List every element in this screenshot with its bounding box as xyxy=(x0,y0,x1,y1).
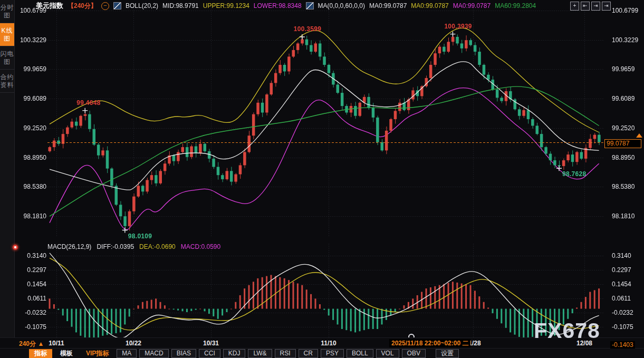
toolbar-tab-4[interactable]: MACD xyxy=(139,349,168,358)
alert-sun-icon[interactable] xyxy=(13,245,18,250)
toolbar-tab-2[interactable]: VIP指标 xyxy=(81,349,114,358)
left-sidebar: 分时图K线图闪电图合约资料 xyxy=(0,0,15,348)
ma0-white-value: MA0:99.0787 xyxy=(369,2,407,9)
date-label-3: 11/10 xyxy=(321,340,336,347)
main-axis-right-tick-2: 99.9659 xyxy=(612,65,643,73)
boll-mid-value: MID:98.9791 xyxy=(162,2,199,9)
extreme-high-label-3: 100.3939 xyxy=(444,23,472,30)
toolbar-tab-5[interactable]: BIAS xyxy=(171,349,196,358)
ma0-magenta-value: MA0:99.0787 xyxy=(453,2,491,9)
toolbar-tab-11[interactable]: PSY xyxy=(321,349,344,358)
current-price-tag: 99.0787 xyxy=(604,139,641,148)
main-axis-left-tick-6: 98.5380 xyxy=(15,183,46,190)
main-axis-left-tick-2: 99.9659 xyxy=(15,65,46,73)
extreme-low-label-4: 98.7628 xyxy=(562,170,586,178)
boll-lower-value: LOWER:98.8348 xyxy=(254,2,302,9)
macd-axis-left-tick-5: -0.1075 xyxy=(15,323,46,331)
macd-cursor-value-tag: -0.1403 xyxy=(610,341,635,349)
toolbar-tab-12[interactable]: BOLL xyxy=(347,349,373,358)
toolbar-tab-6[interactable]: CCI xyxy=(199,349,220,358)
date-label-0: 10/11 xyxy=(49,340,64,347)
main-axis-right-tick-5: 98.8950 xyxy=(612,154,643,161)
ma60-green-value: MA60:99.2804 xyxy=(495,2,536,9)
boll-upper-value: UPPER:99.1234 xyxy=(203,2,249,9)
macd-dea-value: DEA:-0.0690 xyxy=(139,243,176,250)
sidebar-item-3[interactable]: 合约资料 xyxy=(0,70,14,93)
sidebar-item-1[interactable]: K线图 xyxy=(0,23,14,46)
date-label-1: 10/22 xyxy=(126,340,141,347)
ma0-yellow-value: MA0:99.0787 xyxy=(411,2,448,9)
toolbar-tab-10[interactable]: CR xyxy=(299,349,318,358)
main-axis-left-tick-3: 99.6089 xyxy=(15,95,46,102)
extreme-high-label-0: 99.4648 xyxy=(76,99,100,107)
main-axis-right-tick-6: 98.5380 xyxy=(612,183,643,190)
main-axis-left-tick-5: 98.8950 xyxy=(15,154,46,161)
crosshair-date-label: 2025/11/18 22:00~02:00 二 xyxy=(389,339,470,347)
macd-params-label: MACD(26,12,9) xyxy=(47,243,91,250)
macd-axis-right-tick-0: 0.3140 xyxy=(612,252,643,259)
extreme-low-label-1: 98.0109 xyxy=(128,233,152,240)
price-chart-canvas[interactable] xyxy=(0,0,644,358)
date-label-2: 10/31 xyxy=(203,340,219,347)
main-axis-right-tick-0: 100.6799 xyxy=(612,7,643,14)
toolbar-tab-14[interactable]: OBV xyxy=(402,349,426,358)
period-selector[interactable]: 240分 ▲ xyxy=(19,340,44,349)
macd-axis-right-tick-4: -0.0232 xyxy=(612,309,643,316)
macd-axis-left-tick-3: 0.0611 xyxy=(15,295,46,302)
main-axis-right-tick-4: 99.2520 xyxy=(612,124,643,132)
ma-label: MA(0,0,0,60,0,0) xyxy=(318,2,365,9)
macd-axis-left-tick-0: 0.3140 xyxy=(15,252,46,259)
boll-label: BOLL(20,2) xyxy=(126,2,158,9)
macd-axis-left-tick-2: 0.1454 xyxy=(15,280,46,288)
macd-axis-right-tick-5: -0.1075 xyxy=(612,323,643,331)
main-axis-left-tick-1: 100.3229 xyxy=(15,36,46,44)
toolbar-tab-15[interactable]: 设置 xyxy=(436,349,459,358)
sidebar-item-0[interactable]: 分时图 xyxy=(0,0,14,23)
main-axis-right-tick-7: 98.1810 xyxy=(612,212,643,220)
date-axis-row: 240分 ▲ 10/1110/2210/3111/1011/2812/08 20… xyxy=(0,337,644,349)
collapse-indicator-icon[interactable]: − xyxy=(101,2,109,10)
shift-right-icon[interactable]: ⇥ xyxy=(602,2,611,11)
macd-axis-right-tick-2: 0.1454 xyxy=(612,280,643,288)
toolbar-tab-3[interactable]: MA xyxy=(117,349,137,358)
macd-header: MACD(26,12,9) DIFF:-0.0395 DEA:-0.0690 M… xyxy=(47,243,220,250)
main-axis-left-tick-7: 98.1810 xyxy=(15,212,46,220)
boll-indicator-icon[interactable] xyxy=(113,2,121,9)
period-label[interactable]: 【240分】 xyxy=(68,2,97,11)
main-axis-left-tick-0: 100.6799 xyxy=(15,7,46,14)
chart-tool-icons: +⇤⇥⇥ xyxy=(570,2,611,11)
main-axis-right-tick-1: 100.3229 xyxy=(612,36,643,44)
period-dropdown-arrow-icon: ▲ xyxy=(37,340,44,347)
macd-axis-right-tick-1: 0.2297 xyxy=(612,266,643,274)
pan-icon[interactable]: + xyxy=(570,2,579,11)
trading-app-window: 分时图K线图闪电图合约资料 美元指数 【240分】 − BOLL(20,2) M… xyxy=(0,0,644,358)
main-axis-right-tick-3: 99.6089 xyxy=(612,95,643,102)
toolbar-tab-13[interactable]: VOL xyxy=(376,349,399,358)
macd-axis-left-tick-1: 0.2297 xyxy=(15,266,46,274)
ma-indicator-icon[interactable] xyxy=(306,2,314,9)
date-label-5: 12/08 xyxy=(576,340,592,347)
compress-right-icon[interactable]: ⇥ xyxy=(591,2,600,11)
macd-macd-value: MACD:0.0590 xyxy=(181,243,220,250)
toolbar-tab-7[interactable]: KDJ xyxy=(223,349,246,358)
price-up-arrow-icon xyxy=(636,133,642,138)
toolbar-tab-1[interactable]: 模板 xyxy=(55,349,78,358)
main-axis-left-tick-4: 99.2520 xyxy=(15,124,46,132)
macd-axis-right-tick-3: 0.0611 xyxy=(612,295,643,302)
macd-axis-left-tick-4: -0.0232 xyxy=(15,309,46,316)
toolbar-tab-8[interactable]: LW& xyxy=(248,349,272,358)
chart-header: 美元指数 【240分】 − BOLL(20,2) MID:98.9791 UPP… xyxy=(36,0,536,12)
extreme-high-label-2: 100.3599 xyxy=(294,25,321,33)
macd-diff-value: DIFF:-0.0395 xyxy=(97,243,134,250)
indicator-toolbar: 指标模板VIP指标MAMACDBIASCCIKDJLW&RSICRPSYBOLL… xyxy=(0,348,644,358)
compress-left-icon[interactable]: ⇤ xyxy=(581,2,590,11)
toolbar-tab-9[interactable]: RSI xyxy=(275,349,296,358)
toolbar-tab-0[interactable]: 指标 xyxy=(29,349,52,358)
sidebar-item-2[interactable]: 闪电图 xyxy=(0,46,14,70)
